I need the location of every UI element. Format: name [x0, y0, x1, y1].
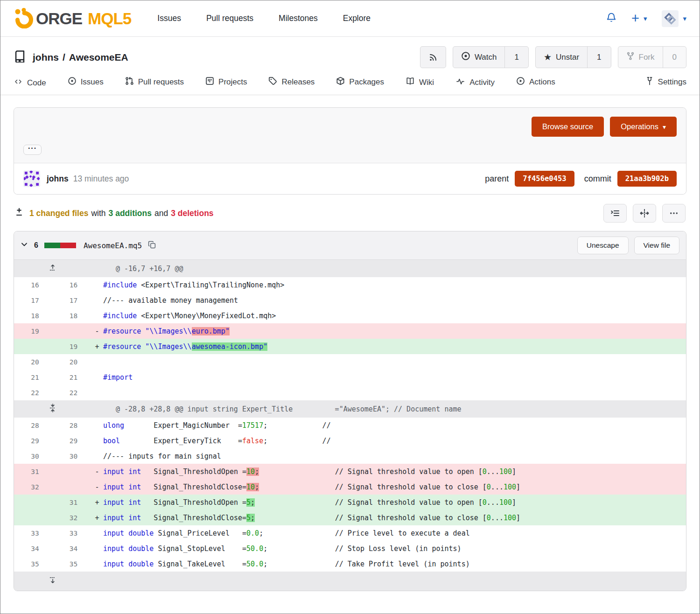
new-line-number[interactable]: 19	[56, 339, 91, 354]
parent-hash-button[interactable]: 7f456e0453	[515, 171, 574, 187]
repo-name-link[interactable]: AwesomeEA	[69, 52, 128, 63]
nav-item-issues[interactable]: Issues	[157, 14, 181, 23]
old-line-number[interactable]: 29	[14, 433, 56, 448]
repo-owner-link[interactable]: johns	[33, 52, 59, 63]
code-line: input int Signal_ThresholdClose=5; // Si…	[103, 510, 686, 525]
tab-packages[interactable]: Packages	[336, 77, 384, 95]
new-line-number[interactable]: 31	[56, 495, 91, 510]
old-line-number[interactable]	[14, 495, 56, 510]
new-line-number[interactable]: 28	[56, 418, 91, 433]
nav-item-milestones[interactable]: Milestones	[279, 14, 318, 23]
code-segment: 100	[504, 483, 516, 491]
fork-count[interactable]: 0	[663, 47, 686, 68]
tab-releases[interactable]: Releases	[268, 77, 315, 95]
notifications-bell-icon[interactable]	[606, 12, 616, 25]
chevron-down-icon: ▾	[663, 123, 666, 131]
old-line-number[interactable]: 32	[14, 479, 56, 495]
code-line: input double Signal_PriceLevel =0.0; // …	[103, 525, 686, 541]
old-line-number[interactable]: 22	[14, 385, 56, 400]
old-line-number[interactable]: 21	[14, 370, 56, 385]
diff-marker	[91, 556, 103, 572]
expand-commit-message-button[interactable]: ···	[23, 145, 42, 155]
file-tree-toggle-button[interactable]	[603, 204, 627, 223]
old-line-number[interactable]: 18	[14, 308, 56, 323]
split-view-button[interactable]	[633, 204, 656, 223]
new-line-number[interactable]: 22	[56, 385, 91, 400]
old-line-number[interactable]: 30	[14, 448, 56, 464]
old-line-number[interactable]: 19	[14, 323, 56, 339]
tab-settings[interactable]: Settings	[645, 77, 686, 95]
unstar-button[interactable]: ★ Unstar 1	[535, 46, 611, 68]
author-avatar[interactable]	[23, 170, 40, 187]
old-line-number[interactable]: 16	[14, 277, 56, 293]
new-line-number[interactable]: 33	[56, 525, 91, 541]
fork-button[interactable]: Fork 0	[618, 46, 686, 68]
rss-icon	[420, 47, 446, 68]
diff-marker: -	[91, 464, 103, 479]
code-segment	[255, 498, 335, 507]
expand-down-icon[interactable]	[14, 572, 91, 591]
old-line-number[interactable]: 20	[14, 354, 56, 370]
old-line-number[interactable]: 28	[14, 418, 56, 433]
watch-count[interactable]: 1	[504, 47, 528, 68]
new-line-number[interactable]: 35	[56, 556, 91, 572]
nav-item-explore[interactable]: Explore	[343, 14, 371, 23]
changed-files-count[interactable]: 1 changed files	[29, 209, 88, 218]
tab-code[interactable]: Code	[14, 78, 46, 95]
star-count[interactable]: 1	[587, 47, 610, 68]
new-line-number[interactable]: 20	[56, 354, 91, 370]
new-line-number[interactable]: 30	[56, 448, 91, 464]
copy-filename-icon[interactable]	[148, 241, 156, 251]
new-line-number[interactable]: 18	[56, 308, 91, 323]
unescape-button[interactable]: Unescape	[577, 237, 629, 254]
code-segment: ]	[512, 498, 516, 507]
old-line-number[interactable]	[14, 510, 56, 525]
diff-marker: +	[91, 339, 103, 354]
fork-label: Fork	[639, 53, 655, 62]
forge-logo[interactable]: ORGE MQL5	[14, 7, 131, 30]
new-line-number[interactable]: 29	[56, 433, 91, 448]
diff-expand-row: @ -28,8 +28,8 @@ input string Expert_Tit…	[14, 400, 686, 418]
tab-wiki[interactable]: Wiki	[406, 77, 434, 95]
tab-activity[interactable]: Activity	[455, 77, 495, 95]
tab-projects[interactable]: Projects	[205, 77, 247, 95]
new-line-number[interactable]: 32	[56, 510, 91, 525]
tab-actions[interactable]: Actions	[516, 77, 555, 95]
tab-label: Issues	[81, 77, 104, 87]
issue-icon	[68, 77, 77, 88]
old-line-number[interactable]: 17	[14, 293, 56, 308]
rss-button[interactable]	[420, 46, 446, 68]
create-new-button[interactable]: + ▾	[631, 12, 647, 25]
new-line-number[interactable]: 34	[56, 541, 91, 556]
diff-line-context: 3333input double Signal_PriceLevel =0.0;…	[14, 525, 686, 541]
new-line-number[interactable]: 21	[56, 370, 91, 385]
view-file-button[interactable]: View file	[634, 237, 679, 254]
tab-pull-requests[interactable]: Pull requests	[125, 77, 184, 95]
nav-item-pull-requests[interactable]: Pull requests	[206, 14, 253, 23]
commit-author[interactable]: johns	[47, 174, 69, 184]
old-line-number[interactable]	[14, 339, 56, 354]
old-line-number[interactable]: 35	[14, 556, 56, 572]
diff-options-ellipsis-button[interactable]	[662, 204, 686, 223]
diff-filename[interactable]: AwesomeEA.mq5	[84, 241, 142, 250]
code-segment: input int	[103, 514, 141, 522]
user-menu[interactable]: ▾	[662, 10, 686, 27]
new-line-number[interactable]	[56, 323, 91, 339]
new-line-number[interactable]	[56, 479, 91, 495]
expand-both-icon[interactable]	[14, 400, 91, 418]
new-line-number[interactable]: 17	[56, 293, 91, 308]
logo-text-forge: ORGE	[36, 9, 82, 28]
code-segment: ; //	[263, 421, 331, 430]
new-line-number[interactable]: 16	[56, 277, 91, 293]
tab-issues[interactable]: Issues	[68, 77, 104, 95]
new-line-number[interactable]	[56, 464, 91, 479]
expand-up-icon[interactable]	[14, 260, 91, 277]
collapse-file-chevron-icon[interactable]	[21, 241, 28, 250]
operations-dropdown[interactable]: Operations ▾	[610, 117, 677, 137]
browse-source-button[interactable]: Browse source	[532, 117, 604, 137]
old-line-number[interactable]: 34	[14, 541, 56, 556]
watch-button[interactable]: Watch 1	[453, 46, 529, 68]
old-line-number[interactable]: 33	[14, 525, 56, 541]
commit-hash-button[interactable]: 21aa3b902b	[617, 171, 677, 187]
old-line-number[interactable]: 31	[14, 464, 56, 479]
